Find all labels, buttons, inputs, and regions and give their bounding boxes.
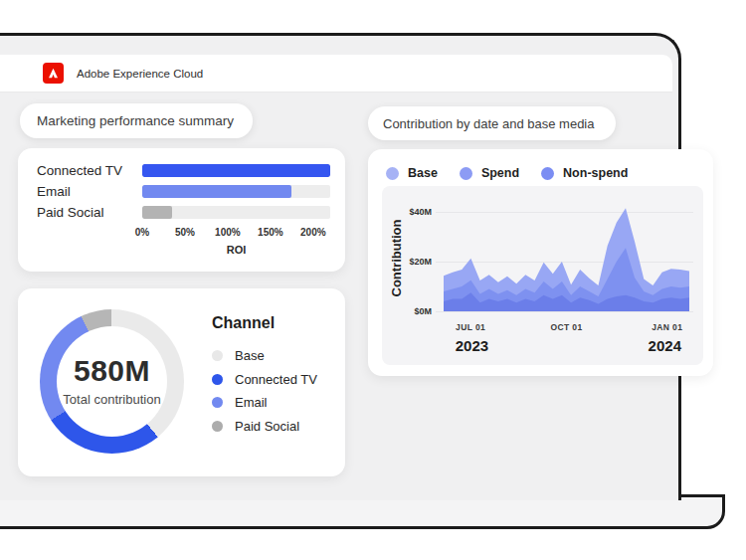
- summary-title-text: Marketing performance summary: [37, 113, 234, 128]
- area-legend-item[interactable]: Base: [386, 166, 438, 180]
- area-legend-label: Spend: [481, 166, 519, 180]
- roi-axis-tick: 0%: [135, 227, 149, 238]
- roi-bar-label: Email: [37, 184, 142, 199]
- area-legend-label: Base: [408, 166, 438, 180]
- brand-name: Adobe Experience Cloud: [77, 68, 203, 80]
- roi-axis-tick: 50%: [175, 227, 195, 238]
- donut-chart-card: 580M Total contribution Channel BaseConn…: [18, 288, 345, 476]
- roi-bar-row: Paid Social: [37, 203, 330, 221]
- area-chart-svg: [444, 207, 689, 312]
- donut-center: 580M Total contribution: [57, 326, 167, 437]
- roi-bar-track: [142, 206, 330, 219]
- legend-dot-icon: [386, 167, 399, 180]
- header-bar: Adobe Experience Cloud: [0, 55, 672, 93]
- donut-total-value: 580M: [74, 356, 150, 386]
- legend-dot-icon: [212, 421, 223, 432]
- channel-legend-label: Paid Social: [235, 419, 299, 434]
- area-legend-item[interactable]: Non-spend: [541, 166, 628, 180]
- channel-legend-item[interactable]: Base: [212, 344, 317, 368]
- area-legend-label: Non-spend: [563, 166, 628, 180]
- area-chart-panel: Contribution $0M$20M$40MJUL 01OCT 01JAN …: [382, 186, 703, 365]
- area-chart-legend: BaseSpendNon-spend: [386, 158, 650, 188]
- roi-axis-tick: 200%: [300, 227, 326, 238]
- legend-dot-icon: [212, 350, 223, 361]
- y-tick-label: $20M: [392, 257, 432, 267]
- channel-legend-item[interactable]: Email: [212, 391, 317, 415]
- year-label: 2023: [456, 337, 488, 354]
- y-tick-label: $0M: [392, 306, 432, 316]
- roi-bar-track: [142, 164, 330, 177]
- adobe-logo-icon: [43, 63, 64, 84]
- roi-axis-tick: 100%: [215, 227, 241, 238]
- donut-total-label: Total contribution: [63, 392, 160, 407]
- x-tick-label: JAN 01: [652, 322, 682, 332]
- roi-axis: 0%50%100%150%200%: [142, 227, 330, 239]
- channel-legend-label: Connected TV: [235, 372, 317, 387]
- channel-legend: Channel BaseConnected TVEmailPaid Social: [212, 314, 317, 438]
- roi-bar-row: Email: [37, 182, 330, 200]
- year-label: 2024: [649, 337, 681, 354]
- contribution-chart-card: BaseSpendNon-spend Contribution $0M$20M$…: [368, 149, 713, 376]
- roi-bar-label: Paid Social: [37, 205, 142, 220]
- contribution-title-text: Contribution by date and base media: [383, 116, 594, 131]
- channel-legend-items: BaseConnected TVEmailPaid Social: [212, 344, 317, 438]
- roi-axis-tick: 150%: [258, 227, 283, 238]
- y-tick-label: $40M: [392, 207, 432, 217]
- channel-legend-title: Channel: [212, 314, 317, 332]
- adobe-a-glyph: [46, 66, 61, 81]
- roi-axis-title: ROI: [142, 244, 330, 256]
- channel-legend-label: Base: [235, 348, 265, 363]
- roi-bar-label: Connected TV: [37, 163, 142, 178]
- x-tick-label: OCT 01: [550, 322, 582, 332]
- summary-title-pill: Marketing performance summary: [20, 103, 253, 138]
- legend-dot-icon: [541, 167, 554, 180]
- area-legend-item[interactable]: Spend: [460, 166, 519, 180]
- legend-dot-icon: [212, 397, 223, 408]
- legend-dot-icon: [460, 167, 472, 180]
- roi-bar-fill: [142, 185, 291, 198]
- channel-legend-label: Email: [235, 395, 268, 410]
- roi-bar-row: Connected TV: [37, 161, 330, 179]
- x-tick-label: JUL 01: [456, 322, 485, 332]
- legend-dot-icon: [212, 374, 223, 385]
- donut-chart: 580M Total contribution: [40, 309, 184, 454]
- channel-legend-item[interactable]: Paid Social: [212, 415, 317, 439]
- contribution-title-pill: Contribution by date and base media: [368, 106, 616, 140]
- roi-bar-fill: [142, 206, 172, 219]
- roi-bar-chart-card: Connected TVEmailPaid Social 0%50%100%15…: [18, 148, 345, 272]
- roi-bar-fill: [142, 164, 330, 177]
- roi-bar-track: [142, 185, 330, 198]
- channel-legend-item[interactable]: Connected TV: [212, 368, 317, 392]
